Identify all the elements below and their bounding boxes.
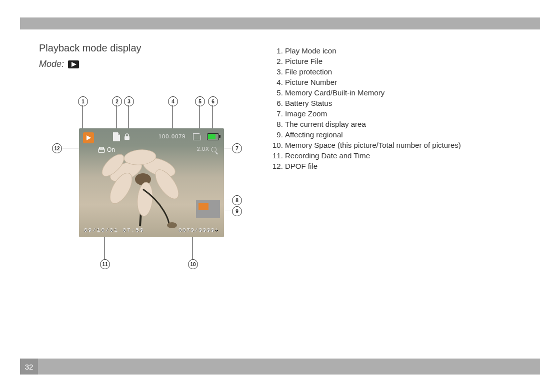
top-bar — [20, 17, 540, 29]
svg-rect-11 — [124, 136, 130, 140]
dpof-label: On — [107, 146, 115, 153]
callout-6: 6 — [208, 96, 218, 106]
legend-item: Affecting regional — [285, 129, 515, 140]
callout-10: 10 — [188, 259, 198, 269]
legend-list: Play Mode icon Picture File File protect… — [273, 45, 515, 171]
svg-marker-0 — [72, 62, 76, 67]
svg-point-9 — [167, 222, 177, 228]
legend-item: Memory Card/Built-in Memory — [285, 87, 515, 98]
callout-7: 7 — [232, 143, 242, 153]
memory-space-text: 0079/9999+ — [178, 227, 219, 233]
legend-item: Battery Status — [285, 98, 515, 108]
camera-screen: 100-0079 On 2.0X 09/10/01 07:59 — [79, 128, 224, 237]
legend-item: DPOF file — [285, 161, 515, 171]
play-mode-icon — [83, 132, 94, 143]
playback-mode-icon — [68, 60, 79, 68]
legend-item: Memory Space (this picture/Total number … — [285, 140, 515, 150]
affecting-regional-box — [198, 203, 208, 210]
legend-item: File protection — [285, 66, 515, 77]
callout-12: 12 — [52, 143, 62, 153]
callout-9: 9 — [232, 206, 242, 216]
callout-8: 8 — [232, 195, 242, 205]
content-area: Playback mode display Mode: 1 2 3 4 5 6 … — [39, 42, 515, 273]
callout-1: 1 — [78, 96, 88, 106]
flower-illustration — [82, 142, 207, 232]
dpof-icon: On — [98, 146, 115, 153]
legend-item: Image Zoom — [285, 108, 515, 119]
callout-11: 11 — [100, 259, 110, 269]
picture-number-text: 100-0079 — [158, 133, 186, 139]
callout-4: 4 — [168, 96, 178, 106]
svg-rect-13 — [100, 147, 104, 149]
legend-item: Play Mode icon — [285, 45, 515, 56]
battery-status-icon — [207, 133, 219, 140]
callout-5: 5 — [195, 96, 205, 106]
legend-item: Picture Number — [285, 77, 515, 87]
memory-card-icon — [193, 133, 201, 140]
svg-point-7 — [136, 182, 154, 217]
callout-2: 2 — [112, 96, 122, 106]
legend-item: The current display area — [285, 119, 515, 129]
legend-item: Picture File — [285, 56, 515, 66]
picture-file-icon — [113, 132, 120, 141]
mode-line: Mode: — [39, 59, 249, 69]
image-zoom-text: 2.0X — [197, 146, 216, 152]
current-display-area — [196, 200, 220, 218]
file-protection-icon — [124, 133, 130, 140]
right-column: Play Mode icon Picture File File protect… — [273, 42, 515, 273]
left-column: Playback mode display Mode: 1 2 3 4 5 6 … — [39, 42, 249, 273]
playback-diagram: 1 2 3 4 5 6 7 8 9 10 11 12 — [49, 93, 239, 273]
recording-datetime-text: 09/10/01 07:59 — [84, 227, 144, 233]
mode-label: Mode: — [39, 59, 64, 69]
page-number: 32 — [20, 359, 38, 375]
lead-10 — [192, 237, 193, 259]
section-title: Playback mode display — [39, 42, 249, 54]
legend-item: Recording Date and Time — [285, 150, 515, 161]
svg-marker-10 — [86, 135, 91, 140]
lead-11 — [104, 237, 105, 259]
bottom-bar — [20, 359, 540, 375]
callout-3: 3 — [124, 96, 134, 106]
